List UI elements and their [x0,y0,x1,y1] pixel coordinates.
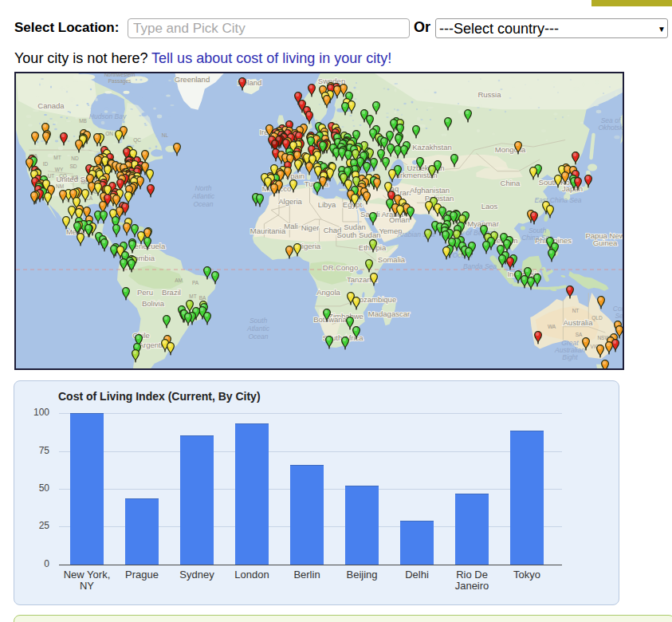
svg-text:PA: PA [192,280,199,285]
svg-text:BA: BA [199,295,206,301]
svg-text:Bight: Bight [562,353,578,361]
svg-text:NL: NL [162,132,169,138]
svg-text:NM: NM [56,183,64,189]
svg-text:Mali: Mali [284,222,297,230]
svg-text:Peru: Peru [137,288,153,297]
svg-text:Oman: Oman [389,215,410,224]
svg-text:Sea: Sea [615,312,623,320]
svg-text:SA: SA [576,332,583,337]
svg-text:Madagascar: Madagascar [368,309,410,318]
svg-text:Niger: Niger [301,223,320,232]
svg-text:Somalia: Somalia [378,255,406,264]
svg-text:CO: CO [59,173,67,179]
svg-text:Russia: Russia [477,90,501,99]
svg-text:QC: QC [133,137,141,144]
svg-text:Bolivia: Bolivia [142,299,165,308]
svg-text:KS: KS [72,175,79,180]
svg-text:Northwestern: Northwestern [104,73,136,77]
svg-text:Passages: Passages [108,78,132,85]
svg-text:Brazil: Brazil [162,288,181,297]
svg-text:ND: ND [71,156,79,161]
svg-text:Banda Sea: Banda Sea [463,262,497,270]
svg-text:WA: WA [548,324,556,329]
svg-text:SD: SD [69,163,77,169]
svg-text:DR Congo: DR Congo [323,263,358,272]
svg-text:UT: UT [48,173,55,179]
svg-text:MT: MT [189,293,196,299]
svg-text:Kazakhstan: Kazakhstan [412,143,452,152]
svg-text:NT: NT [572,308,580,313]
svg-text:Laos: Laos [481,202,498,211]
svg-text:Algeria: Algeria [278,197,302,206]
svg-text:AM: AM [175,278,183,283]
svg-text:Ocean: Ocean [193,200,213,208]
svg-text:QLD: QLD [591,315,603,321]
svg-text:Australia: Australia [564,318,594,327]
svg-text:East China Sea: East China Sea [534,196,581,204]
svg-text:ID: ID [43,161,49,167]
svg-text:North: North [195,184,212,192]
svg-text:Okhotsk: Okhotsk [598,124,623,132]
svg-text:Canada: Canada [37,101,65,110]
svg-text:Angola: Angola [316,288,340,297]
svg-text:MT: MT [53,155,61,160]
svg-text:Libya: Libya [318,200,336,209]
svg-text:Ocean: Ocean [248,333,268,341]
svg-text:Botswana: Botswana [313,315,347,324]
svg-text:Greenland: Greenland [175,75,210,84]
svg-text:ON: ON [105,131,113,136]
svg-text:China: China [501,179,521,187]
svg-text:South: South [250,317,267,325]
svg-text:Hudson Bay: Hudson Bay [89,112,127,120]
svg-text:Mauritania: Mauritania [250,226,286,235]
svg-text:Atlantic: Atlantic [246,325,270,333]
svg-text:Atlantic: Atlantic [191,192,215,200]
svg-text:South Sudan: South Sudan [337,230,381,239]
svg-text:Guinea: Guinea [593,238,618,247]
svg-text:WY: WY [55,167,64,172]
svg-text:MB: MB [79,118,87,124]
